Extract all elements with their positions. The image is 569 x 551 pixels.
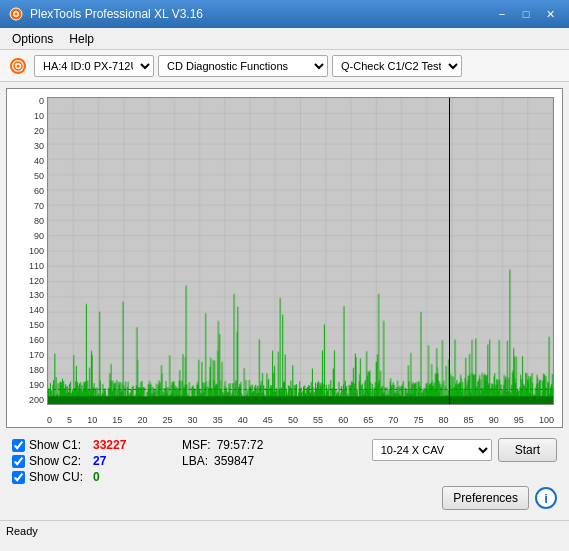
y-label: 130: [29, 291, 44, 300]
x-label: 50: [288, 415, 298, 425]
x-label: 60: [338, 415, 348, 425]
lba-row: LBA: 359847: [182, 454, 302, 468]
lba-value: 359847: [214, 454, 254, 468]
x-label: 35: [213, 415, 223, 425]
toolbar: HA:4 ID:0 PX-712UF CD Diagnostic Functio…: [0, 50, 569, 82]
y-label: 160: [29, 336, 44, 345]
prefs-info-row: Preferences i: [12, 486, 557, 510]
svg-point-2: [15, 13, 18, 16]
y-label: 180: [29, 366, 44, 375]
y-label: 20: [34, 127, 44, 136]
y-label: 40: [34, 157, 44, 166]
x-label: 90: [489, 415, 499, 425]
y-label: 60: [34, 187, 44, 196]
x-label: 20: [137, 415, 147, 425]
function-select[interactable]: CD Diagnostic Functions: [158, 55, 328, 77]
x-label: 45: [263, 415, 273, 425]
x-label: 0: [47, 415, 52, 425]
x-label: 5: [67, 415, 72, 425]
show-cu-label: Show CU:: [29, 470, 89, 484]
y-label: 170: [29, 351, 44, 360]
y-label: 30: [34, 142, 44, 151]
x-label: 30: [188, 415, 198, 425]
c2-value: 27: [93, 454, 106, 468]
show-c1-label: Show C1:: [29, 438, 89, 452]
lba-label: LBA:: [182, 454, 208, 468]
show-c2-checkbox[interactable]: [12, 455, 25, 468]
test-select[interactable]: Q-Check C1/C2 Test: [332, 55, 462, 77]
x-label: 40: [238, 415, 248, 425]
main-content: 200 190 180 170 160 150 140 130 120 110 …: [0, 82, 569, 520]
y-label: 140: [29, 306, 44, 315]
x-label: 25: [162, 415, 172, 425]
msf-row: MSF: 79:57:72: [182, 438, 302, 452]
c2-row: Show C2: 27: [12, 454, 162, 468]
msf-value: 79:57:72: [217, 438, 264, 452]
threshold-line: [48, 389, 553, 390]
x-label: 65: [363, 415, 373, 425]
c1-value: 33227: [93, 438, 126, 452]
y-label: 90: [34, 232, 44, 241]
info-icon[interactable]: i: [535, 487, 557, 509]
chart-container: 200 190 180 170 160 150 140 130 120 110 …: [6, 88, 563, 428]
show-cu-checkbox[interactable]: [12, 471, 25, 484]
device-select[interactable]: HA:4 ID:0 PX-712UF: [34, 55, 154, 77]
y-label: 0: [39, 97, 44, 106]
cu-value: 0: [93, 470, 100, 484]
y-label: 150: [29, 321, 44, 330]
y-label: 200: [29, 396, 44, 405]
x-label: 80: [439, 415, 449, 425]
x-label: 70: [388, 415, 398, 425]
preferences-button[interactable]: Preferences: [442, 486, 529, 510]
status-text: Ready: [6, 525, 38, 537]
window-controls: − □ ✕: [491, 5, 561, 23]
msf-lba-section: MSF: 79:57:72 LBA: 359847: [182, 438, 302, 468]
window-title: PlexTools Professional XL V3.16: [30, 7, 491, 21]
menu-help[interactable]: Help: [61, 30, 102, 48]
y-label: 110: [29, 262, 44, 271]
menu-bar: Options Help: [0, 28, 569, 50]
x-label: 15: [112, 415, 122, 425]
close-button[interactable]: ✕: [539, 5, 561, 23]
start-button[interactable]: Start: [498, 438, 557, 462]
x-axis: 0 5 10 15 20 25 30 35 40 45 50 55 60 65 …: [47, 415, 554, 425]
y-label: 10: [34, 112, 44, 121]
x-label: 100: [539, 415, 554, 425]
y-label: 100: [29, 247, 44, 256]
y-label: 80: [34, 217, 44, 226]
y-label: 70: [34, 202, 44, 211]
cu-row: Show CU: 0: [12, 470, 162, 484]
position-line: [449, 98, 450, 404]
msf-label: MSF:: [182, 438, 211, 452]
x-label: 55: [313, 415, 323, 425]
show-c2-label: Show C2:: [29, 454, 89, 468]
x-label: 10: [87, 415, 97, 425]
bottom-panel: Show C1: 33227 Show C2: 27 Show CU: 0 MS…: [6, 434, 563, 514]
title-bar: PlexTools Professional XL V3.16 − □ ✕: [0, 0, 569, 28]
svg-point-5: [17, 64, 20, 67]
chart-area: [47, 97, 554, 405]
x-label: 85: [464, 415, 474, 425]
menu-options[interactable]: Options: [4, 30, 61, 48]
checkbox-group: Show C1: 33227 Show C2: 27 Show CU: 0: [12, 438, 162, 484]
c1-row: Show C1: 33227: [12, 438, 162, 452]
device-icon[interactable]: [6, 54, 30, 78]
x-label: 95: [514, 415, 524, 425]
y-axis: 200 190 180 170 160 150 140 130 120 110 …: [7, 97, 47, 405]
status-bar: Ready: [0, 520, 569, 540]
minimize-button[interactable]: −: [491, 5, 513, 23]
restore-button[interactable]: □: [515, 5, 537, 23]
x-label: 75: [413, 415, 423, 425]
speed-select[interactable]: 10-24 X CAV: [372, 439, 492, 461]
controls-right: 10-24 X CAV Start: [372, 438, 557, 462]
y-label: 190: [29, 381, 44, 390]
y-label: 50: [34, 172, 44, 181]
y-label: 120: [29, 277, 44, 286]
app-icon: [8, 6, 24, 22]
show-c1-checkbox[interactable]: [12, 439, 25, 452]
